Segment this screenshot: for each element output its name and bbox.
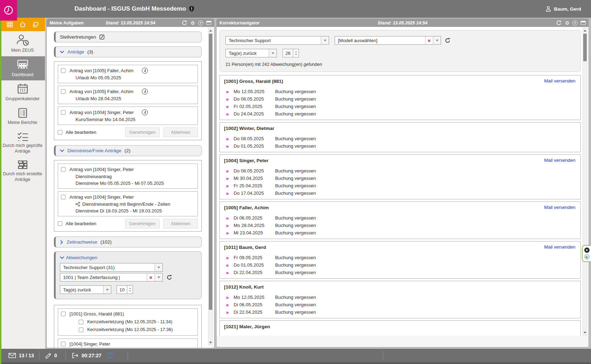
window-icon[interactable]	[581, 21, 586, 25]
antrag-checkbox[interactable]	[61, 68, 66, 73]
reject-button[interactable]: Ablehnen	[163, 219, 198, 228]
mail-versenden-link[interactable]: Mail versenden	[544, 158, 575, 163]
reload-icon[interactable]	[445, 38, 451, 44]
abweichungen-period-select[interactable]: Tag(e) zurück	[60, 285, 111, 294]
mail-versenden-link[interactable]: Mail versenden	[544, 78, 575, 84]
edit-note-icon[interactable]	[99, 34, 105, 40]
deviation-row[interactable]: Di 22.04.2025Buchung vergessen	[224, 269, 576, 276]
dropdown-arrow-icon[interactable]	[103, 286, 111, 294]
section-antraege[interactable]: Anträge (3)	[54, 46, 202, 57]
close-icon[interactable]	[584, 248, 590, 253]
section-dienstreise[interactable]: Dienstreise/Freie Anträge (2)	[54, 145, 202, 156]
reject-button[interactable]: Ablehnen	[163, 127, 198, 137]
help-icon[interactable]	[573, 21, 578, 25]
window-icon[interactable]	[206, 21, 211, 25]
mail-versenden-link[interactable]: Mail versenden	[544, 244, 575, 250]
deviation-row[interactable]: Fr 25.04.2025Buchung vergessen	[224, 182, 576, 189]
scroll-down-icon[interactable]	[583, 330, 587, 335]
antrag-checkbox[interactable]	[61, 167, 66, 172]
help-icon[interactable]	[198, 21, 203, 25]
deviation-row[interactable]: Do 24.04.2025Buchung vergessen	[224, 110, 576, 118]
scroll-up-icon[interactable]	[583, 28, 587, 33]
sync-icon[interactable]	[106, 349, 113, 362]
extension-e-icon[interactable]: e	[584, 254, 590, 260]
sidebar-item-dashboard[interactable]: Dashboard	[0, 56, 45, 81]
clear-icon[interactable]	[147, 273, 155, 281]
gear-icon[interactable]: ⚙	[565, 21, 569, 25]
select-all-antraege[interactable]: Alle bearbeiten	[58, 130, 96, 135]
dropdown-arrow-icon[interactable]	[433, 36, 441, 44]
antrag-checkbox[interactable]	[61, 195, 66, 199]
sidebar-item-mein-zeus[interactable]: Mein ZEUS	[0, 31, 45, 56]
antrag-checkbox[interactable]	[61, 89, 66, 94]
refresh-icon[interactable]	[182, 20, 187, 25]
deviation-row[interactable]: Do 17.04.2025Buchung vergessen	[224, 189, 576, 197]
korrektur-model-select[interactable]: [Modell auswählen]	[335, 36, 441, 45]
deviation-row[interactable]: Do 08.05.2025Buchung vergessen	[224, 95, 576, 103]
dropdown-arrow-icon[interactable]	[321, 36, 329, 44]
deviation-row[interactable]: Mo 28.04.2025Buchung vergessen	[224, 222, 576, 229]
home-icon[interactable]	[19, 21, 26, 28]
deviation-row[interactable]: Do 08.05.2025Buchung vergessen	[224, 135, 576, 142]
sidebar-item-erstellte-antraege[interactable]: Durch mich erstellte Anträge	[0, 157, 45, 185]
section-zeitnachweise[interactable]: Zeitnachweise (102)	[54, 237, 202, 248]
deviation-row[interactable]: Fr 09.05.2025Buchung vergessen	[224, 254, 576, 261]
stepper-arrows[interactable]	[127, 285, 133, 294]
person-checkbox[interactable]	[61, 342, 66, 346]
korrektur-scrollbar[interactable]	[582, 28, 587, 336]
edits-counter[interactable]: 0	[45, 349, 57, 362]
mail-versenden-link[interactable]: Mail versenden	[544, 205, 575, 210]
section-stellvertretungen[interactable]: Stellvertretungen	[54, 32, 202, 42]
entry-checkbox[interactable]	[79, 320, 83, 324]
select-all-dienstreise[interactable]: Alle bearbeiten	[58, 221, 96, 226]
deviation-row[interactable]: Mo 12.05.2025Buchung vergessen	[224, 294, 576, 301]
scroll-thumb[interactable]	[209, 34, 212, 310]
dropdown-arrow-icon[interactable]	[269, 49, 277, 57]
korrektur-period-select[interactable]: Tag(e) zurück	[225, 49, 277, 57]
deviation-row[interactable]: Do 01.05.2025Buchung vergessen	[224, 142, 576, 150]
dropdown-arrow-icon[interactable]	[155, 263, 162, 271]
gear-icon[interactable]: ⚙	[190, 21, 195, 25]
antrag-checkbox[interactable]	[61, 110, 66, 115]
reload-icon[interactable]	[166, 274, 172, 280]
deviation-row[interactable]: Do 08.05.2025Buchung vergessen	[224, 167, 576, 175]
windows-icon[interactable]	[32, 22, 39, 28]
zeus-logo[interactable]	[0, 0, 17, 21]
info-icon[interactable]	[142, 109, 148, 115]
sidebar-item-meine-berichte[interactable]: Meine Berichte	[0, 105, 45, 129]
deviation-row[interactable]: Mo 12.05.2025Buchung vergessen	[224, 88, 576, 95]
korrektur-group-select[interactable]: Technischer Support	[225, 36, 329, 45]
abweichungen-team-select[interactable]: 1001 | Team Zeiterfassung |	[60, 273, 163, 281]
select-all-checkbox[interactable]	[58, 221, 62, 226]
abweichungen-days-stepper[interactable]: 10	[117, 285, 133, 294]
deviation-row[interactable]: Mi 23.04.2025Buchung vergessen	[224, 229, 576, 237]
approve-button[interactable]: Genehmigen	[125, 219, 160, 228]
session-timer[interactable]: 00:27:27	[72, 349, 101, 362]
deviation-row[interactable]: Fr 02.05.2025Buchung vergessen	[224, 103, 576, 110]
stepper-arrows[interactable]	[293, 49, 299, 57]
apps-grid-icon[interactable]	[6, 22, 13, 28]
abweichungen-group-select[interactable]: Technischer Support (31)	[60, 263, 163, 272]
sidebar-item-gepruefte-antraege[interactable]: Durch mich geprüfte Anträge	[0, 129, 45, 157]
scroll-up-icon[interactable]	[208, 28, 213, 33]
deviation-row[interactable]: Di 06.05.2025Buchung vergessen	[224, 214, 576, 222]
deviation-row[interactable]: Di 22.04.2025Buchung vergessen	[224, 308, 576, 316]
deviation-row[interactable]: Mi 30.04.2025Buchung vergessen	[224, 175, 576, 182]
deviation-row[interactable]: Do 01.05.2025Buchung vergessen	[224, 261, 576, 269]
scroll-down-icon[interactable]	[208, 340, 213, 345]
dropdown-arrow-icon[interactable]	[155, 273, 162, 281]
abweichungen-header[interactable]: Abweichungen	[60, 255, 197, 260]
tasks-scrollbar[interactable]	[208, 28, 213, 346]
scroll-thumb[interactable]	[583, 34, 587, 61]
entry-checkbox[interactable]	[79, 328, 83, 332]
clear-icon[interactable]	[425, 36, 433, 44]
refresh-icon[interactable]	[556, 20, 562, 25]
korrektur-days-stepper[interactable]: 26	[283, 49, 299, 57]
info-icon[interactable]	[142, 89, 148, 95]
messages-counter[interactable]: 13 / 13	[9, 349, 34, 362]
info-icon[interactable]	[142, 68, 148, 74]
approve-button[interactable]: Genehmigen	[125, 127, 160, 137]
current-user[interactable]: Baum, Gerd	[546, 0, 581, 18]
person-checkbox[interactable]	[61, 312, 66, 316]
deviation-row[interactable]: Di 06.05.2025Buchung vergessen	[224, 301, 576, 308]
